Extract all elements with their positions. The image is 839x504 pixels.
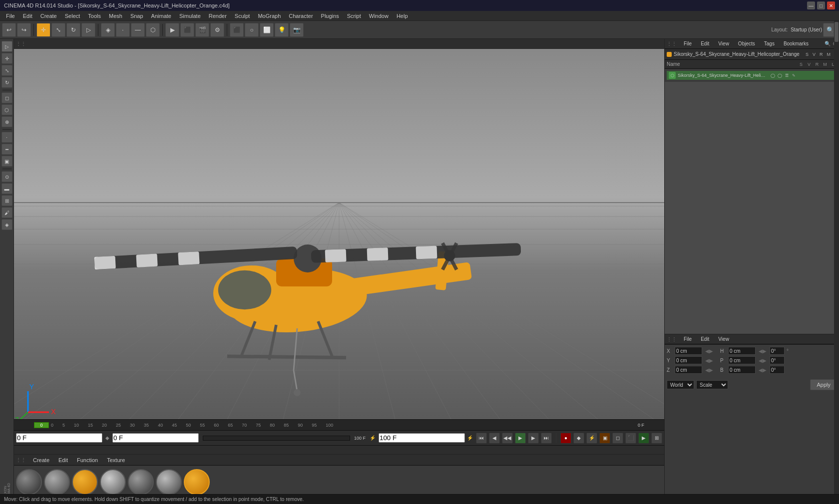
p-deg-input[interactable] (770, 356, 785, 364)
point-mode-button[interactable]: · (116, 23, 130, 37)
go-end-button[interactable]: ⏭ (541, 433, 552, 444)
b-input[interactable] (728, 366, 756, 374)
mat-menu-edit[interactable]: Edit (54, 456, 72, 464)
frame-display2[interactable] (112, 433, 199, 443)
apply-button[interactable]: Apply (810, 379, 837, 390)
go-start-button[interactable]: ⏮ (476, 433, 487, 444)
redo-button[interactable]: ↪ (17, 23, 31, 37)
lt-sculpt-btn[interactable]: ◈ (1, 219, 12, 230)
lt-texture-btn[interactable]: ⬡ (1, 104, 12, 115)
menu-item-simulate[interactable]: Simulate (175, 12, 205, 20)
scrollbar-thumb[interactable] (835, 22, 839, 42)
om-objects-menu[interactable]: Objects (734, 40, 759, 47)
current-frame-input[interactable] (16, 433, 102, 443)
object-row-main[interactable]: ⬡ Sikorsky_S-64_Skycrane_Heavy-Lift_Heli… (667, 71, 837, 80)
y-input[interactable] (675, 356, 702, 364)
menu-item-file[interactable]: File (2, 12, 19, 20)
lt-polys-btn[interactable]: ▣ (1, 156, 12, 167)
x-drag[interactable]: ◀▶ (704, 348, 714, 354)
mat-menu-function[interactable]: Function (73, 456, 102, 464)
auto-key-button[interactable]: ⚡ (586, 433, 597, 444)
menu-item-script[interactable]: Script (343, 12, 365, 20)
lt-move-btn[interactable]: ✛ (1, 53, 12, 64)
menu-item-help[interactable]: Help (393, 12, 412, 20)
end-frame-input[interactable] (379, 433, 465, 443)
lt-grid-btn[interactable]: ⊞ (1, 195, 12, 206)
maximize-button[interactable]: □ (817, 1, 825, 9)
menu-item-sculpt[interactable]: Sculpt (231, 12, 254, 20)
render-to-pic-button[interactable]: 🎬 (195, 23, 209, 37)
edge-mode-button[interactable]: — (131, 23, 145, 37)
menu-item-mograph[interactable]: MoGraph (254, 12, 285, 20)
attr-file-menu[interactable]: File (680, 335, 696, 343)
om-tags-menu[interactable]: Tags (760, 40, 779, 47)
render-active-button[interactable]: ▶ (165, 23, 179, 37)
motion-extra-btn[interactable]: ⊞ (651, 433, 662, 444)
attr-view-menu[interactable]: View (714, 335, 733, 343)
om-file-menu[interactable]: File (680, 40, 696, 47)
mat-menu-texture[interactable]: Texture (103, 456, 129, 464)
scale-tool-button[interactable]: ⤡ (51, 23, 65, 37)
right-3d-panel[interactable] (665, 82, 839, 334)
light-button[interactable]: 💡 (275, 23, 289, 37)
p-input[interactable] (728, 356, 756, 364)
viewport[interactable]: Perspective (14, 49, 664, 419)
z-input[interactable] (675, 366, 702, 374)
h-drag[interactable]: ◀▶ (758, 348, 768, 354)
lt-edges-btn[interactable]: ━ (1, 144, 12, 155)
move-tool-button[interactable]: ✛ (36, 23, 50, 37)
obj-extra-icon[interactable]: ✎ (791, 72, 797, 78)
om-search-icon[interactable]: 🔍 (825, 41, 831, 46)
om-view-menu[interactable]: View (714, 40, 733, 47)
attr-edit-menu[interactable]: Edit (697, 335, 713, 343)
obj-lock-icon[interactable]: ☰ (784, 72, 790, 78)
camera-button[interactable]: 📷 (290, 23, 304, 37)
menu-item-select[interactable]: Select (61, 12, 84, 20)
poly-mode-button[interactable]: ⬡ (146, 23, 160, 37)
obj-visible-icon[interactable]: ◯ (770, 72, 776, 78)
cube-button[interactable]: ⬛ (230, 23, 244, 37)
x-input[interactable] (675, 347, 702, 355)
prev-frame-button[interactable]: ◀ (489, 433, 500, 444)
motion-clip-btn1[interactable]: ▣ (599, 433, 610, 444)
obj-render-icon[interactable]: ◯ (777, 72, 783, 78)
om-edit-menu[interactable]: Edit (697, 40, 713, 47)
lt-select-btn[interactable]: ▷ (1, 41, 12, 52)
lt-axis-btn[interactable]: ⊕ (1, 116, 12, 127)
mat-menu-create[interactable]: Create (29, 456, 53, 464)
transform-mode-select[interactable]: Scale Position Rotation (696, 380, 728, 389)
select-tool-button[interactable]: ▷ (81, 23, 95, 37)
cylinder-button[interactable]: ⬜ (260, 23, 274, 37)
play-forward-button[interactable]: ▶ (515, 433, 526, 444)
b-deg-input[interactable] (770, 366, 785, 374)
object-mode-button[interactable]: ◈ (101, 23, 115, 37)
close-button[interactable]: ✕ (827, 1, 835, 9)
menu-item-character[interactable]: Character (285, 12, 317, 20)
undo-button[interactable]: ↩ (2, 23, 16, 37)
lt-paint-btn[interactable]: 🖌 (1, 207, 12, 218)
b-drag[interactable]: ◀▶ (758, 367, 768, 373)
record-button[interactable]: ● (560, 433, 571, 444)
coord-system-select[interactable]: World Object Local (667, 380, 694, 389)
lt-rotate-btn[interactable]: ↻ (1, 77, 12, 88)
rotate-tool-button[interactable]: ↻ (66, 23, 80, 37)
menu-item-mesh[interactable]: Mesh (105, 12, 126, 20)
menu-item-edit[interactable]: Edit (19, 12, 36, 20)
sphere-button[interactable]: ○ (245, 23, 259, 37)
lt-null-btn[interactable]: ⊙ (1, 171, 12, 182)
menu-item-plugins[interactable]: Plugins (317, 12, 343, 20)
next-frame-button[interactable]: ▶ (528, 433, 539, 444)
y-drag[interactable]: ◀▶ (704, 358, 714, 363)
motion-clip-btn2[interactable]: ◻ (612, 433, 623, 444)
menu-item-window[interactable]: Window (365, 12, 393, 20)
menu-item-tools[interactable]: Tools (84, 12, 105, 20)
z-drag[interactable]: ◀▶ (704, 367, 714, 373)
keyframe-button[interactable]: ◆ (573, 433, 584, 444)
render-settings-button[interactable]: ⚙ (210, 23, 224, 37)
motion-clip-btn3[interactable]: ⬛ (625, 433, 636, 444)
menu-item-animate[interactable]: Animate (147, 12, 175, 20)
play-reverse-button[interactable]: ◀◀ (502, 433, 513, 444)
h-input[interactable] (728, 347, 756, 355)
menu-item-create[interactable]: Create (36, 12, 61, 20)
menu-item-snap[interactable]: Snap (126, 12, 147, 20)
